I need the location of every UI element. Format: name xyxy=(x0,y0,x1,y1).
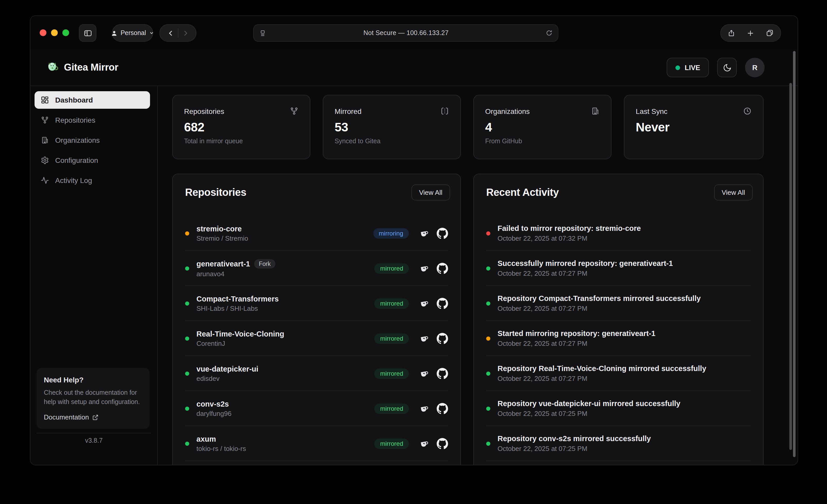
stat-card-repositories: Repositories 682 Total in mirror queue xyxy=(172,95,310,159)
building-icon xyxy=(591,107,600,115)
browser-toolbar: Personal Not xyxy=(31,16,797,49)
recent-activity-panel: Recent Activity View All Failed to mirro… xyxy=(473,174,764,465)
repo-row[interactable]: Real-Time-Voice-Cloning CorentinJ mirror… xyxy=(185,321,448,356)
activity-icon xyxy=(41,176,49,185)
live-label: LIVE xyxy=(685,64,700,71)
sidebar-item-activity-log[interactable]: Activity Log xyxy=(35,171,150,189)
page-scrollbar[interactable] xyxy=(793,51,795,457)
status-dot xyxy=(486,441,490,446)
address-bar[interactable]: Not Secure — 100.66.133.27 xyxy=(253,24,558,42)
toolbar-right-group xyxy=(720,24,781,42)
main-content: Repositories 682 Total in mirror queue M… xyxy=(158,86,797,465)
traffic-lights xyxy=(40,30,69,36)
status-dot xyxy=(185,301,189,305)
activity-row[interactable]: Repository conv-s2s mirrored successfull… xyxy=(486,426,751,461)
user-avatar[interactable]: R xyxy=(745,58,765,77)
github-icon[interactable] xyxy=(437,262,448,274)
documentation-link[interactable]: Documentation xyxy=(44,413,142,421)
refresh-icon[interactable] xyxy=(545,30,553,37)
theme-toggle-button[interactable] xyxy=(717,58,737,77)
status-dot xyxy=(486,266,490,270)
sidebar-item-configuration[interactable]: Configuration xyxy=(35,152,150,169)
zoom-window-button[interactable] xyxy=(62,30,69,36)
view-all-repositories-button[interactable]: View All xyxy=(411,185,450,200)
gitea-cup-icon[interactable] xyxy=(419,263,430,273)
forward-button[interactable] xyxy=(182,30,188,36)
minimize-window-button[interactable] xyxy=(51,30,58,36)
sidebar-item-organizations[interactable]: Organizations xyxy=(35,132,150,149)
gitea-cup-icon[interactable] xyxy=(419,403,430,413)
moon-icon xyxy=(723,63,731,72)
gitea-cup-icon[interactable] xyxy=(419,298,430,308)
sidebar-item-dashboard[interactable]: Dashboard xyxy=(35,91,150,109)
live-dot xyxy=(675,65,680,70)
status-dot xyxy=(185,371,189,375)
person-icon xyxy=(111,30,117,36)
status-badge: mirrored xyxy=(375,403,409,413)
github-icon[interactable] xyxy=(437,333,448,344)
repo-row[interactable]: Compact-Transformers SHI-Labs / SHI-Labs… xyxy=(185,286,448,321)
status-badge: mirrored xyxy=(375,368,409,379)
status-dot xyxy=(185,441,189,446)
github-icon[interactable] xyxy=(437,403,448,414)
view-all-activity-button[interactable]: View All xyxy=(714,185,753,200)
building-icon xyxy=(41,136,49,144)
git-fork-icon xyxy=(290,107,298,115)
status-dot xyxy=(185,266,189,270)
nav-separator xyxy=(178,28,178,38)
status-badge: mirrored xyxy=(375,298,409,308)
new-tab-icon[interactable] xyxy=(746,29,754,37)
version-label: v3.8.7 xyxy=(31,437,157,444)
gear-icon xyxy=(41,156,49,164)
github-icon[interactable] xyxy=(437,228,448,239)
status-dot xyxy=(486,406,490,410)
activity-row[interactable]: Repository vue-datepicker-ui mirrored su… xyxy=(486,391,751,426)
github-icon[interactable] xyxy=(437,368,448,379)
repo-row[interactable]: conv-s2s darylfung96 mirrored xyxy=(185,391,448,426)
status-badge: mirrored xyxy=(375,263,409,273)
gitea-cup-icon[interactable] xyxy=(419,368,430,379)
header-actions: LIVE R xyxy=(667,58,765,77)
content-scrollbar[interactable] xyxy=(789,83,792,450)
repo-row[interactable]: generativeart-1 Fork arunavo4 mirrored xyxy=(185,251,448,286)
sidebar-item-repositories[interactable]: Repositories xyxy=(35,111,150,129)
status-dot xyxy=(486,371,490,375)
sidebar-toggle-icon xyxy=(83,29,92,37)
gitea-logo-icon xyxy=(46,61,59,74)
repositories-panel: Repositories View All stremio-core Strem… xyxy=(172,174,461,465)
activity-row[interactable]: Started mirroring repository: generative… xyxy=(486,321,751,356)
url-text: Not Secure — 100.66.133.27 xyxy=(266,30,545,37)
back-button[interactable] xyxy=(167,30,174,36)
external-link-icon xyxy=(93,414,99,420)
profile-dropdown[interactable]: Personal xyxy=(112,24,153,42)
status-dot xyxy=(486,231,490,235)
activity-row[interactable]: Repository Real-Time-Voice-Cloning mirro… xyxy=(486,356,751,391)
share-icon[interactable] xyxy=(728,29,735,37)
activity-row[interactable]: Successfully mirrored repository: genera… xyxy=(486,251,751,286)
repo-row[interactable]: axum tokio-rs / tokio-rs mirrored xyxy=(185,426,448,461)
status-badge: mirroring xyxy=(373,228,409,238)
sidebar-item-label: Configuration xyxy=(55,156,98,164)
activity-row[interactable]: Failed to mirror repository: stremio-cor… xyxy=(486,216,751,251)
close-window-button[interactable] xyxy=(40,30,46,36)
stat-card-last-sync: Last Sync Never xyxy=(624,95,764,159)
live-status-button[interactable]: LIVE xyxy=(667,58,709,77)
sidebar-toggle-button[interactable] xyxy=(79,24,96,42)
help-body: Check out the documentation for help wit… xyxy=(44,388,142,407)
repo-row[interactable]: stremio-core Stremio / Stremio mirroring xyxy=(185,216,448,251)
page-title: Gitea Mirror xyxy=(64,62,118,73)
reader-icon[interactable] xyxy=(259,29,266,37)
repo-row[interactable]: vue-datepicker-ui edisdev mirrored xyxy=(185,356,448,391)
status-dot xyxy=(185,231,189,235)
activity-row[interactable]: Repository Compact-Transformers mirrored… xyxy=(486,286,751,321)
gitea-cup-icon[interactable] xyxy=(419,333,430,344)
github-icon[interactable] xyxy=(437,298,448,309)
tab-overview-icon[interactable] xyxy=(766,29,774,37)
sidebar-item-label: Activity Log xyxy=(55,176,92,185)
github-icon[interactable] xyxy=(437,438,448,449)
safari-window: Personal Not xyxy=(30,15,798,465)
gitea-cup-icon[interactable] xyxy=(419,438,430,449)
gitea-cup-icon[interactable] xyxy=(419,228,430,238)
status-dot xyxy=(185,406,189,410)
avatar-initial: R xyxy=(752,63,758,71)
